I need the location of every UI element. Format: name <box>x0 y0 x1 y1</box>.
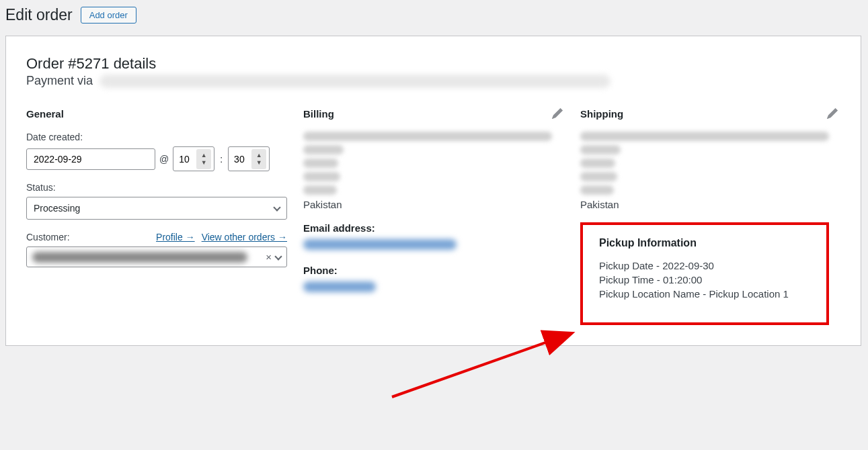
order-panel: Order #5271 details Payment via General … <box>5 36 861 346</box>
billing-phone-redacted[interactable] <box>303 281 376 292</box>
pickup-time: Pickup Time - 01:20:00 <box>599 274 810 285</box>
minute-spinner[interactable]: ▲ ▼ <box>251 149 266 169</box>
shipping-address-redacted <box>580 132 829 195</box>
general-heading: General <box>26 108 303 120</box>
hour-input[interactable] <box>179 154 196 165</box>
hour-stepper[interactable]: ▲ ▼ <box>173 146 214 171</box>
customer-label: Customer: <box>26 232 70 242</box>
payment-via-label: Payment via <box>26 74 93 88</box>
status-value: Processing <box>34 203 80 214</box>
payment-method-redacted <box>100 75 610 88</box>
shipping-heading: Shipping <box>580 108 840 120</box>
minute-input[interactable] <box>234 154 251 165</box>
spinner-up-icon[interactable]: ▲ <box>201 152 207 159</box>
pickup-heading: Pickup Information <box>599 237 810 249</box>
edit-shipping-icon[interactable] <box>827 108 838 122</box>
shipping-country: Pakistan <box>580 199 840 210</box>
status-label: Status: <box>26 182 303 193</box>
customer-select[interactable]: × <box>26 246 287 267</box>
billing-email-redacted[interactable] <box>303 239 457 250</box>
details-columns: General Date created: @ ▲ ▼ : ▲ <box>26 108 840 325</box>
page-title: Edit order <box>5 6 73 24</box>
phone-label: Phone: <box>303 265 580 276</box>
spinner-up-icon[interactable]: ▲ <box>256 152 262 159</box>
view-other-orders-link[interactable]: View other orders → <box>202 232 287 242</box>
hour-spinner[interactable]: ▲ ▼ <box>196 149 211 169</box>
customer-label-row: Customer: Profile → View other orders → <box>26 232 287 242</box>
date-created-row: @ ▲ ▼ : ▲ ▼ <box>26 146 303 171</box>
chevron-down-icon[interactable] <box>274 253 282 260</box>
spinner-down-icon[interactable]: ▼ <box>201 159 207 167</box>
billing-heading: Billing <box>303 108 580 120</box>
time-colon: : <box>220 154 223 165</box>
profile-link[interactable]: Profile → <box>156 232 195 242</box>
pickup-information-box: Pickup Information Pickup Date - 2022-09… <box>580 222 829 325</box>
minute-stepper[interactable]: ▲ ▼ <box>228 146 270 171</box>
billing-address-redacted <box>303 132 552 195</box>
spinner-down-icon[interactable]: ▼ <box>256 159 262 167</box>
customer-links: Profile → View other orders → <box>156 232 287 242</box>
pickup-location: Pickup Location Name - Pickup Location 1 <box>599 288 810 300</box>
add-order-button[interactable]: Add order <box>81 7 136 24</box>
pickup-date: Pickup Date - 2022-09-30 <box>599 260 810 271</box>
billing-column: Billing Pakistan Email address: Phone: <box>303 108 580 325</box>
chevron-down-icon <box>273 204 280 211</box>
at-symbol: @ <box>159 154 169 165</box>
general-column: General Date created: @ ▲ ▼ : ▲ <box>26 108 303 325</box>
order-title: Order #5271 details <box>26 55 840 73</box>
status-select[interactable]: Processing <box>26 197 287 220</box>
annotation-arrow-icon <box>385 330 587 410</box>
date-input[interactable] <box>26 148 155 170</box>
edit-billing-icon[interactable] <box>552 108 563 122</box>
customer-value-redacted <box>32 252 247 263</box>
shipping-column: Shipping Pakistan Pickup Information Pic… <box>580 108 840 325</box>
page-header: Edit order Add order <box>0 0 868 30</box>
payment-via-row: Payment via <box>26 74 840 88</box>
email-label: Email address: <box>303 222 580 234</box>
billing-country: Pakistan <box>303 199 580 210</box>
svg-line-1 <box>392 334 570 397</box>
date-created-label: Date created: <box>26 132 303 142</box>
customer-select-controls: × <box>266 251 281 263</box>
clear-customer-icon[interactable]: × <box>266 251 272 263</box>
